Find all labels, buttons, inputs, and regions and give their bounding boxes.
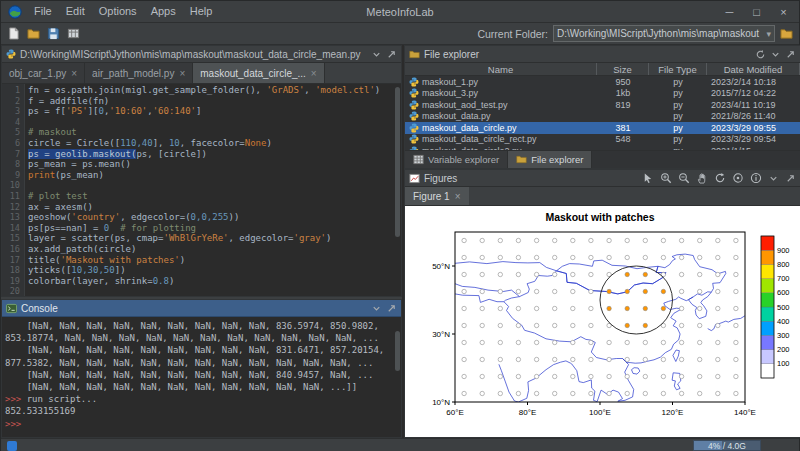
figure-canvas[interactable]: 60°E80°E100°E120°E140°E10°N30°N50°NMasko… xyxy=(405,206,800,437)
menu-apps[interactable]: Apps xyxy=(144,1,183,22)
close-icon[interactable]: × xyxy=(179,68,185,79)
line-number: 20 xyxy=(2,286,20,296)
svg-text:900: 900 xyxy=(777,246,790,255)
float-icon[interactable] xyxy=(386,49,397,60)
svg-text:50°N: 50°N xyxy=(432,262,450,271)
table-row[interactable]: maskout_1.py950py2023/2/14 10:18 xyxy=(405,76,800,88)
chevron-down-icon[interactable] xyxy=(770,49,781,60)
meteoinfolab-window: FileEditOptionsAppsHelp MeteoInfoLab ─□×… xyxy=(0,0,800,451)
chevron-down-icon[interactable] xyxy=(371,303,382,314)
rotate-icon[interactable] xyxy=(714,172,726,184)
window-controls: ─□× xyxy=(716,2,797,22)
info-icon[interactable] xyxy=(750,172,762,184)
menu-file[interactable]: File xyxy=(27,1,59,22)
editor-tab[interactable]: obj_car_1.py× xyxy=(2,63,85,83)
minimize-button[interactable]: ─ xyxy=(716,2,743,22)
file-explorer-panel: File explorer NameSizeFile TypeDate Modi… xyxy=(404,45,800,169)
menu-help[interactable]: Help xyxy=(183,1,220,22)
editor-title-buttons xyxy=(371,49,397,60)
file-date-cell: 2023/2/14 10:18 xyxy=(707,77,800,87)
code-line: ps = f['PS'][0,'10:60','60:140'] xyxy=(28,106,401,117)
table-row[interactable]: maskout_3.py1kbpy2015/7/12 04:22 xyxy=(405,88,800,100)
file-type-cell: py xyxy=(649,123,707,133)
line-number: 2 xyxy=(2,96,20,107)
table-row[interactable]: maskout_data.pypy2021/8/26 11:40 xyxy=(405,111,800,123)
console-scrollbar[interactable] xyxy=(394,317,401,437)
zoom-out-icon[interactable] xyxy=(678,172,690,184)
code-line xyxy=(28,180,401,191)
table-row[interactable]: maskout_data_circle_rect.py548py2023/3/2… xyxy=(405,134,800,146)
column-header[interactable]: Date Modified xyxy=(707,63,800,75)
identify-icon[interactable] xyxy=(732,172,744,184)
current-folder-group: Current Folder: D:\Working\MIScript\Jyth… xyxy=(477,25,793,42)
current-folder-combobox[interactable]: D:\Working\MIScript\Jython\mis\map\masko… xyxy=(553,25,775,42)
pan-icon[interactable] xyxy=(696,172,708,184)
code-line: ps_mean = ps.mean() xyxy=(28,159,401,170)
menu-bar: FileEditOptionsAppsHelp MeteoInfoLab ─□× xyxy=(1,1,799,23)
line-number: 6 xyxy=(2,138,20,149)
file-name-cell: maskout_data.py xyxy=(405,111,597,121)
svg-text:60°E: 60°E xyxy=(446,408,463,417)
table-icon[interactable] xyxy=(67,27,80,40)
svg-text:120°E: 120°E xyxy=(662,408,684,417)
save-icon[interactable] xyxy=(47,27,60,40)
close-icon[interactable]: × xyxy=(71,68,77,79)
file-date-cell: 2023/4/11 10:19 xyxy=(707,100,800,110)
float-icon[interactable] xyxy=(785,49,796,60)
file-name-cell: maskout_data_circle.py xyxy=(405,123,597,133)
browse-folder-button[interactable] xyxy=(780,27,793,40)
editor-scrollbar[interactable] xyxy=(394,84,401,296)
zoom-in-icon[interactable] xyxy=(660,172,672,184)
cursor-icon[interactable] xyxy=(642,172,654,184)
code-line: ps[ps==nan] = 0 # for plotting xyxy=(28,223,401,234)
svg-text:800: 800 xyxy=(777,260,790,269)
file-size-cell: 1kb xyxy=(597,88,649,98)
close-icon[interactable]: × xyxy=(455,191,461,202)
column-header[interactable]: Size xyxy=(597,63,649,75)
svg-text:Maskout with patches: Maskout with patches xyxy=(545,211,654,223)
refresh-icon[interactable] xyxy=(755,49,766,60)
console-line: 877.5382, NaN, NaN, NaN, NaN, NaN, NaN, … xyxy=(5,357,392,369)
close-icon[interactable]: × xyxy=(311,68,317,79)
code-editor[interactable]: 1234567891011121314151617181920 fn = os.… xyxy=(2,84,401,296)
file-type-cell: py xyxy=(649,134,707,144)
new-file-icon[interactable] xyxy=(7,27,20,40)
bottom-tab-variable-explorer[interactable]: Variable explorer xyxy=(405,151,508,168)
maximize-button[interactable]: □ xyxy=(743,2,770,22)
column-header[interactable]: File Type xyxy=(649,63,707,75)
open-folder-icon[interactable] xyxy=(27,27,40,40)
line-number: 5 xyxy=(2,127,20,138)
file-type-cell: py xyxy=(649,100,707,110)
column-header[interactable]: Name xyxy=(405,63,597,75)
current-folder-value: D:\Working\MIScript\Jython\mis\map\masko… xyxy=(557,28,763,39)
editor-tab[interactable]: maskout_data_circle_...× xyxy=(193,63,324,83)
table-row[interactable]: maskout_aod_test.py819py2023/4/11 10:19 xyxy=(405,99,800,111)
maskout-chart: 60°E80°E100°E120°E140°E10°N30°N50°NMasko… xyxy=(405,206,800,437)
close-button[interactable]: × xyxy=(770,2,797,22)
code-line: print(ps_mean) xyxy=(28,170,401,181)
float-icon[interactable] xyxy=(386,303,397,314)
menu-options[interactable]: Options xyxy=(92,1,144,22)
code-line: f = addfile(fn) xyxy=(28,96,401,107)
line-number: 3 xyxy=(2,106,20,117)
file-explorer-title-bar: File explorer xyxy=(405,46,800,63)
line-number: 18 xyxy=(2,265,20,276)
chevron-down-icon[interactable]: ▾ xyxy=(763,29,771,39)
float-icon[interactable] xyxy=(785,173,796,184)
chevron-down-icon[interactable] xyxy=(371,49,382,60)
figure-tab[interactable]: Figure 1 × xyxy=(405,187,469,205)
explorer-bottom-tabs: Variable explorerFile explorer xyxy=(405,150,800,168)
console-output[interactable]: [NaN, NaN, NaN, NaN, NaN, NaN, NaN, NaN,… xyxy=(2,317,392,437)
memory-indicator[interactable]: 4% / 4.0G xyxy=(693,440,761,451)
console-line: [NaN, NaN, NaN, NaN, NaN, NaN, NaN, NaN,… xyxy=(5,369,392,381)
editor-tab[interactable]: air_path_model.py× xyxy=(85,63,193,83)
code-line: title('Maskout with patches') xyxy=(28,255,401,266)
console-title-bar: Console xyxy=(2,300,401,317)
menu-edit[interactable]: Edit xyxy=(59,1,92,22)
chevron-down-icon[interactable] xyxy=(768,173,779,184)
figure-tab-bar: Figure 1 × xyxy=(405,187,800,206)
bottom-tab-file-explorer[interactable]: File explorer xyxy=(508,151,592,168)
table-row[interactable]: maskout_data_circle.py381py2023/3/29 09:… xyxy=(405,122,800,134)
console-line: >>> xyxy=(5,418,392,430)
svg-text:600: 600 xyxy=(777,288,790,297)
